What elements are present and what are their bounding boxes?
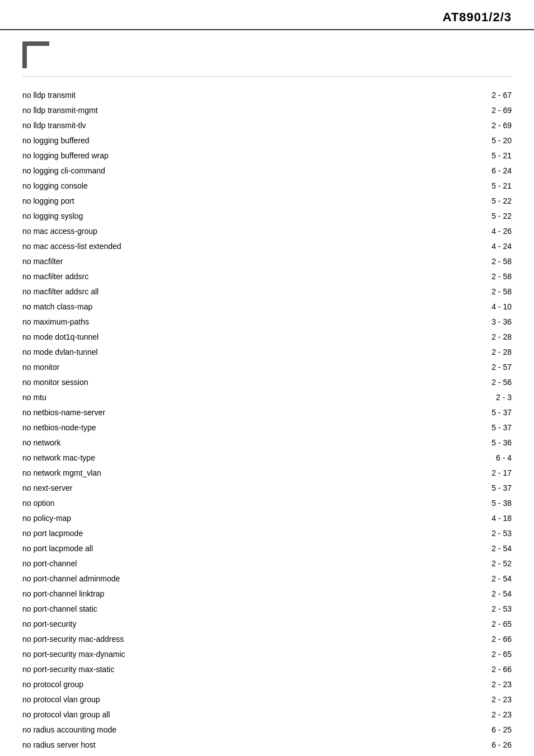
table-row: no option5 - 38 xyxy=(22,496,512,511)
command-text: no mac access-group xyxy=(22,224,365,239)
table-row: no port-channel linktrap2 - 54 xyxy=(22,586,512,602)
command-text: no netbios-node-type xyxy=(22,420,365,435)
command-text: no port-security mac-address xyxy=(22,632,365,647)
page-reference: 5 - 22 xyxy=(365,194,512,209)
table-row: no netbios-node-type5 - 37 xyxy=(22,420,512,435)
logo-bracket-icon xyxy=(22,41,49,68)
command-text: no network xyxy=(22,435,365,450)
command-text: no macfilter xyxy=(22,254,365,269)
table-row: no logging buffered wrap5 - 21 xyxy=(22,148,512,163)
table-row: no radius server msgauth6 - 26 xyxy=(22,753,512,756)
table-row: no lldp transmit-mgmt2 - 69 xyxy=(22,103,512,118)
table-row: no protocol vlan group2 - 23 xyxy=(22,692,512,707)
page-reference: 2 - 28 xyxy=(365,330,512,345)
command-text: no match class-map xyxy=(22,299,365,314)
table-row: no port-security2 - 65 xyxy=(22,617,512,632)
page-reference: 2 - 54 xyxy=(365,571,512,586)
index-table: no lldp transmit2 - 67no lldp transmit-m… xyxy=(22,88,512,756)
table-row: no policy-map4 - 18 xyxy=(22,511,512,526)
table-row: no port lacpmode2 - 53 xyxy=(22,526,512,541)
command-text: no mode dvlan-tunnel xyxy=(22,345,365,360)
table-row: no port-channel static2 - 53 xyxy=(22,602,512,617)
page-reference: 2 - 54 xyxy=(365,586,512,602)
page-reference: 4 - 10 xyxy=(365,299,512,314)
command-text: no port lacpmode all xyxy=(22,541,365,556)
page-container: AT8901/2/3 no lldp transmit2 - 67no lldp… xyxy=(0,0,534,756)
table-row: no macfilter addsrc all2 - 58 xyxy=(22,284,512,299)
table-row: no logging port5 - 22 xyxy=(22,194,512,209)
page-reference: 5 - 38 xyxy=(365,496,512,511)
command-text: no mtu xyxy=(22,390,365,405)
command-text: no protocol group xyxy=(22,677,365,692)
table-row: no logging buffered5 - 20 xyxy=(22,133,512,148)
command-text: no port-channel xyxy=(22,556,365,571)
page-reference: 2 - 56 xyxy=(365,375,512,390)
command-text: no logging buffered wrap xyxy=(22,148,365,163)
table-row: no mtu2 - 3 xyxy=(22,390,512,405)
command-text: no maximum-paths xyxy=(22,314,365,330)
command-text: no mode dot1q-tunnel xyxy=(22,330,365,345)
table-row: no logging syslog5 - 22 xyxy=(22,209,512,224)
page-reference: 2 - 69 xyxy=(365,118,512,133)
page-reference: 6 - 24 xyxy=(365,163,512,179)
command-text: no port-security max-static xyxy=(22,662,365,677)
page-reference: 2 - 65 xyxy=(365,647,512,662)
table-row: no radius server host6 - 26 xyxy=(22,738,512,753)
table-row: no netbios-name-server5 - 37 xyxy=(22,405,512,420)
command-text: no protocol vlan group xyxy=(22,692,365,707)
page-reference: 2 - 58 xyxy=(365,284,512,299)
page-reference: 2 - 66 xyxy=(365,662,512,677)
page-reference: 6 - 4 xyxy=(365,450,512,466)
page-reference: 4 - 26 xyxy=(365,224,512,239)
page-reference: 2 - 23 xyxy=(365,707,512,722)
table-row: no mode dot1q-tunnel2 - 28 xyxy=(22,330,512,345)
table-row: no match class-map4 - 10 xyxy=(22,299,512,314)
table-row: no next-server5 - 37 xyxy=(22,481,512,496)
command-text: no protocol vlan group all xyxy=(22,707,365,722)
page-reference: 2 - 57 xyxy=(365,360,512,375)
page-reference: 2 - 58 xyxy=(365,254,512,269)
page-reference: 5 - 37 xyxy=(365,481,512,496)
page-reference: 2 - 67 xyxy=(365,88,512,103)
main-content: no lldp transmit2 - 67no lldp transmit-m… xyxy=(0,82,534,756)
command-text: no lldp transmit-mgmt xyxy=(22,103,365,118)
command-text: no port-channel static xyxy=(22,602,365,617)
command-text: no port-channel adminmode xyxy=(22,571,365,586)
command-text: no macfilter addsrc xyxy=(22,269,365,284)
page-reference: 2 - 53 xyxy=(365,526,512,541)
page-reference: 2 - 53 xyxy=(365,602,512,617)
table-row: no port-channel2 - 52 xyxy=(22,556,512,571)
document-title: AT8901/2/3 xyxy=(443,10,512,25)
table-row: no macfilter2 - 58 xyxy=(22,254,512,269)
page-header: AT8901/2/3 xyxy=(0,0,534,30)
table-row: no port-channel adminmode2 - 54 xyxy=(22,571,512,586)
page-reference: 2 - 23 xyxy=(365,692,512,707)
page-reference: 2 - 66 xyxy=(365,632,512,647)
page-reference: 6 - 26 xyxy=(365,738,512,753)
table-row: no network mac-type6 - 4 xyxy=(22,450,512,466)
table-row: no monitor session2 - 56 xyxy=(22,375,512,390)
page-reference: 2 - 65 xyxy=(365,617,512,632)
page-reference: 5 - 37 xyxy=(365,420,512,435)
command-text: no port-security max-dynamic xyxy=(22,647,365,662)
page-reference: 2 - 52 xyxy=(365,556,512,571)
page-reference: 4 - 24 xyxy=(365,239,512,254)
page-reference: 5 - 21 xyxy=(365,148,512,163)
command-text: no port-security xyxy=(22,617,365,632)
command-text: no port-channel linktrap xyxy=(22,586,365,602)
table-row: no mac access-group4 - 26 xyxy=(22,224,512,239)
table-row: no lldp transmit-tlv2 - 69 xyxy=(22,118,512,133)
command-text: no logging console xyxy=(22,179,365,194)
table-row: no radius accounting mode6 - 25 xyxy=(22,722,512,738)
table-row: no port lacpmode all2 - 54 xyxy=(22,541,512,556)
table-row: no macfilter addsrc2 - 58 xyxy=(22,269,512,284)
table-row: no maximum-paths3 - 36 xyxy=(22,314,512,330)
command-text: no lldp transmit xyxy=(22,88,365,103)
page-reference: 2 - 54 xyxy=(365,541,512,556)
page-reference: 6 - 25 xyxy=(365,722,512,738)
command-text: no network mac-type xyxy=(22,450,365,466)
page-reference: 5 - 20 xyxy=(365,133,512,148)
command-text: no logging syslog xyxy=(22,209,365,224)
table-row: no protocol vlan group all2 - 23 xyxy=(22,707,512,722)
command-text: no radius server msgauth xyxy=(22,753,365,756)
